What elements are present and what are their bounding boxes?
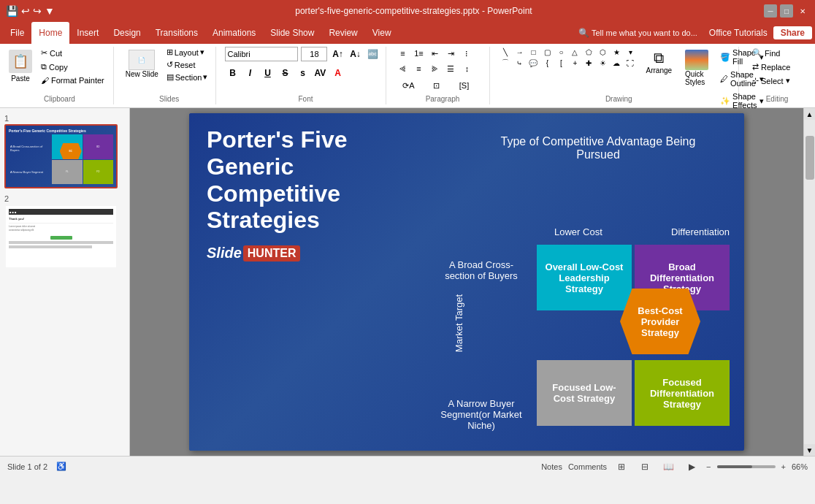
font-size-input[interactable] [301, 47, 327, 61]
shape-expand[interactable]: ⛶ [624, 58, 637, 68]
accessibility-icon[interactable]: ♿ [56, 462, 66, 471]
shape-star[interactable]: ★ [610, 47, 623, 57]
menu-view[interactable]: View [365, 22, 399, 44]
reset-button[interactable]: ↺ Reset [164, 59, 210, 70]
bullets-button[interactable]: ≡ [395, 47, 410, 60]
restore-button[interactable]: □ [780, 4, 793, 18]
canvas-area[interactable]: Porter's Five Generic Competitive Strate… [130, 108, 803, 456]
menu-animations[interactable]: Animations [205, 22, 263, 44]
numbering-button[interactable]: 1≡ [411, 47, 426, 60]
line-spacing-button[interactable]: ↕ [459, 62, 474, 75]
strikethrough-button[interactable]: S [278, 66, 292, 80]
spacing-button[interactable]: AV [313, 66, 327, 80]
shape-rounded-rect[interactable]: ▢ [540, 47, 554, 57]
columns-button[interactable]: ⫶ [459, 47, 474, 60]
minimize-button[interactable]: ─ [764, 4, 777, 18]
smartart-button[interactable]: [S] [451, 79, 477, 92]
menu-design[interactable]: Design [106, 22, 148, 44]
quick-styles-button[interactable]: Quick Styles [681, 47, 713, 89]
shape-arrow[interactable]: → [513, 47, 526, 57]
format-painter-button[interactable]: 🖌 Format Painter [38, 75, 107, 86]
menu-file[interactable]: File [3, 22, 31, 44]
menu-review[interactable]: Review [321, 22, 364, 44]
save-icon[interactable]: 💾 [6, 5, 18, 17]
paste-button[interactable]: 📋 Paste [6, 47, 35, 85]
zoom-out-button[interactable]: − [706, 462, 711, 471]
section-button[interactable]: ▤ Section ▾ [164, 72, 210, 83]
align-center-button[interactable]: ≡ [411, 62, 426, 75]
shape-bracket[interactable]: [ [554, 58, 567, 68]
help-search[interactable]: 🔍 Tell me what you want to do... [578, 28, 697, 38]
new-slide-button[interactable]: 📄 New Slide [123, 47, 161, 81]
share-button[interactable]: Share [773, 26, 812, 39]
menu-insert[interactable]: Insert [69, 22, 106, 44]
shape-cloud[interactable]: ☁ [610, 58, 623, 68]
shape-brace[interactable]: { [540, 58, 554, 68]
scroll-down-arrow[interactable]: ▼ [804, 444, 815, 456]
shape-cross[interactable]: ✚ [582, 58, 595, 68]
shape-more[interactable]: ▾ [624, 47, 637, 57]
shape-curve[interactable]: ⌒ [499, 58, 512, 68]
comments-button[interactable]: Comments [568, 462, 607, 471]
reading-view-button[interactable]: 📖 [659, 459, 677, 474]
slide-thumbnail-2[interactable]: 2 ■ ■ ■ Thank you! Lorem ipsum dolor sit… [4, 194, 125, 269]
font-color-button[interactable]: A [330, 66, 345, 80]
scroll-track[interactable] [804, 120, 815, 444]
text-direction-button[interactable]: ⟳A [395, 79, 421, 92]
slide-thumbnail-1[interactable]: 1 Porter's Five Generic Competitive Stra… [4, 114, 125, 188]
decrease-indent-button[interactable]: ⇤ [427, 47, 442, 60]
align-text-button[interactable]: ⊡ [423, 79, 449, 92]
customize-icon[interactable]: ▼ [45, 5, 55, 17]
find-button[interactable]: 🔍 Find [748, 47, 800, 59]
shape-connector[interactable]: ⤷ [513, 58, 526, 68]
underline-button[interactable]: U [260, 66, 275, 80]
quick-access-toolbar[interactable]: 💾 ↩ ↪ ▼ [6, 5, 55, 17]
shape-hex[interactable]: ⬡ [596, 47, 609, 57]
italic-button[interactable]: I [242, 66, 257, 80]
slide-sorter-button[interactable]: ⊟ [636, 459, 654, 474]
undo-icon[interactable]: ↩ [21, 5, 30, 17]
align-right-button[interactable]: ⫸ [427, 62, 442, 75]
menu-home[interactable]: Home [31, 22, 69, 44]
increase-indent-button[interactable]: ⇥ [443, 47, 458, 60]
clear-format-button[interactable]: 🔤 [365, 47, 380, 61]
shape-sun[interactable]: ☀ [596, 58, 609, 68]
align-left-button[interactable]: ⫷ [395, 62, 410, 75]
shape-triangle[interactable]: △ [568, 47, 581, 57]
decrease-font-button[interactable]: A↓ [348, 47, 362, 61]
justify-button[interactable]: ☰ [443, 62, 458, 75]
zoom-in-button[interactable]: + [781, 462, 786, 471]
select-button[interactable]: ⊹ Select ▾ [748, 75, 800, 87]
shape-oval[interactable]: ○ [554, 47, 567, 57]
shape-line[interactable]: ╲ [499, 47, 512, 57]
zoom-percentage[interactable]: 66% [792, 462, 808, 471]
slide-image-1[interactable]: Porter's Five Generic Competitive Strate… [4, 124, 118, 188]
cut-button[interactable]: ✂ Cut [38, 47, 107, 59]
office-tutorials-link[interactable]: Office Tutorials [709, 28, 768, 38]
bold-button[interactable]: B [225, 66, 240, 80]
copy-button[interactable]: ⧉ Copy [38, 61, 107, 73]
font-name-input[interactable] [225, 47, 298, 61]
arrange-button[interactable]: ⧉ Arrange [641, 47, 676, 77]
slideshow-button[interactable]: ▶ [683, 459, 700, 474]
close-button[interactable]: ✕ [796, 4, 809, 18]
menu-slideshow[interactable]: Slide Show [263, 22, 321, 44]
slide-image-2[interactable]: ■ ■ ■ Thank you! Lorem ipsum dolor sit a… [4, 205, 118, 269]
shape-pentagon[interactable]: ⬠ [582, 47, 595, 57]
vertical-scrollbar[interactable]: ▲ ▼ [803, 108, 815, 456]
layout-button[interactable]: ⊞ Layout ▾ [164, 47, 210, 58]
menu-transitions[interactable]: Transitions [148, 22, 205, 44]
shape-callout[interactable]: 💬 [527, 58, 540, 68]
shape-plus[interactable]: + [568, 58, 581, 68]
redo-icon[interactable]: ↪ [33, 5, 42, 17]
shape-rect[interactable]: □ [527, 47, 540, 57]
scroll-thumb[interactable] [806, 136, 814, 180]
increase-font-button[interactable]: A↑ [330, 47, 345, 61]
window-controls[interactable]: ─ □ ✕ [764, 4, 809, 18]
zoom-slider[interactable] [717, 465, 776, 468]
normal-view-button[interactable]: ⊞ [613, 459, 630, 474]
notes-button[interactable]: Notes [541, 462, 562, 471]
replace-button[interactable]: ⇄ Replace [748, 61, 800, 73]
scroll-up-arrow[interactable]: ▲ [804, 108, 815, 120]
shadow-button[interactable]: s [295, 66, 310, 80]
